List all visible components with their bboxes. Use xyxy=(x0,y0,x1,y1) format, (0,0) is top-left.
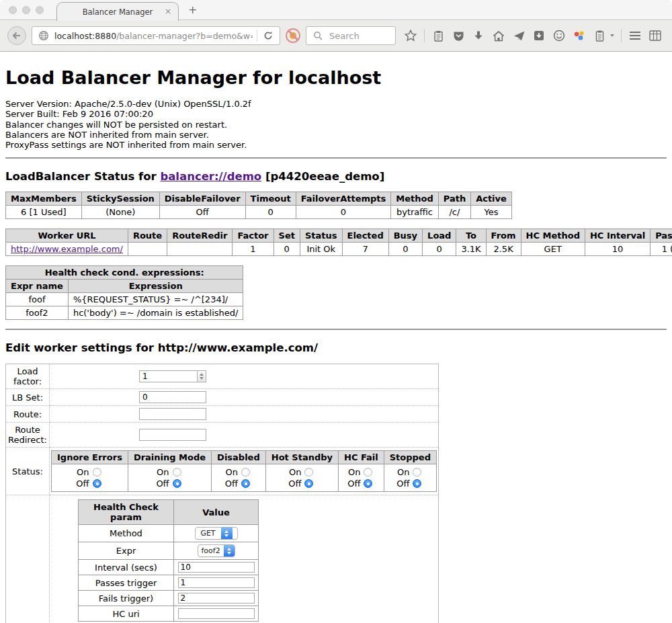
disabled-on-radio[interactable] xyxy=(241,468,250,476)
expr-label: Expr xyxy=(79,542,174,560)
column-header: Active xyxy=(471,192,512,206)
expr-select[interactable]: foof2 xyxy=(198,544,235,557)
persist-notice-line: Balancer changes will NOT be persisted o… xyxy=(5,120,667,130)
chevron-down-icon[interactable] xyxy=(610,34,614,37)
search-bar[interactable] xyxy=(306,26,396,45)
ignore-errors-off-radio[interactable] xyxy=(93,479,101,488)
search-input[interactable] xyxy=(328,30,388,42)
table-header-row: Ignore Errors Draining Mode Disabled Hot… xyxy=(52,451,437,464)
balancer-demo-link[interactable]: balancer://demo xyxy=(160,170,261,183)
expr-row: Expr foof2 xyxy=(79,542,259,560)
close-window-button[interactable] xyxy=(9,6,17,14)
hc-fail-on-radio[interactable] xyxy=(364,468,372,476)
column-header: Value xyxy=(174,500,259,525)
on-label: On xyxy=(347,467,360,477)
zoom-window-button[interactable] xyxy=(36,6,44,14)
cell-elected: 7 xyxy=(342,243,388,256)
method-select[interactable]: GET xyxy=(195,527,238,540)
browser-tab[interactable]: Balancer Manager × xyxy=(56,2,179,21)
route-input[interactable] xyxy=(139,408,206,420)
form-row-lb-set: LB Set: xyxy=(6,389,439,406)
heading-prefix: LoadBalancer Status for xyxy=(5,170,160,183)
column-header: DisableFailover xyxy=(159,192,245,206)
clipboard-icon[interactable] xyxy=(431,29,445,42)
content-blocker-icon[interactable] xyxy=(286,28,300,43)
draining-mode-on-radio[interactable] xyxy=(173,468,181,476)
window-controls xyxy=(9,6,44,14)
draining-mode-off-radio[interactable] xyxy=(173,479,181,488)
send-plane-icon[interactable] xyxy=(512,29,526,42)
column-header: Ignore Errors xyxy=(52,451,128,464)
hc-uri-row: HC uri xyxy=(79,606,259,622)
urlbar-divider xyxy=(257,30,257,42)
column-header: FailoverAttempts xyxy=(296,192,391,206)
bookmark-star-icon[interactable] xyxy=(404,29,417,42)
column-header: Draining Mode xyxy=(128,451,211,464)
download-icon[interactable] xyxy=(472,29,485,42)
on-label: On xyxy=(225,467,238,477)
column-header: Busy xyxy=(388,229,422,243)
ignore-errors-on-radio[interactable] xyxy=(93,468,101,476)
column-header: Route xyxy=(128,229,167,243)
load-factor-input[interactable] xyxy=(139,370,206,382)
menu-hamburger-icon[interactable] xyxy=(628,29,642,42)
hc-uri-input[interactable] xyxy=(178,608,255,619)
url-input[interactable]: localhost:8880/balancer-manager?b=demo&w… xyxy=(54,31,253,41)
hot-standby-off-radio[interactable] xyxy=(304,479,313,488)
heading-suffix: [p4420eeae_demo] xyxy=(261,170,384,183)
back-button[interactable] xyxy=(7,26,26,45)
colored-dots-extension-icon[interactable] xyxy=(573,29,586,42)
passes-input[interactable] xyxy=(178,577,255,588)
column-header: Worker URL xyxy=(6,229,128,243)
notes-extension-icon[interactable] xyxy=(593,29,606,42)
method-row: Method GET xyxy=(79,525,259,542)
new-tab-button[interactable]: + xyxy=(188,3,197,16)
lb-set-input[interactable] xyxy=(139,391,206,403)
form-row-health-check: Health Check param Value Method GET xyxy=(6,495,439,623)
route-redirect-input[interactable] xyxy=(139,429,206,441)
balancer-status-table: MaxMembers StickySession DisableFailover… xyxy=(5,192,512,219)
stopped-off-radio[interactable] xyxy=(413,479,421,488)
form-row-route-redirect: Route Redirect: xyxy=(6,423,439,448)
toolbar-divider xyxy=(621,29,622,42)
hot-standby-on-radio[interactable] xyxy=(304,468,313,476)
expressions-table-title: Health check cond. expressions: xyxy=(6,266,243,280)
globe-icon xyxy=(37,29,50,42)
status-label: Status: xyxy=(6,448,50,495)
empty-label-cell xyxy=(6,495,50,623)
save-square-icon[interactable] xyxy=(532,29,546,42)
passes-label: Passes trigger xyxy=(79,575,174,591)
column-header: HC Method xyxy=(521,229,585,243)
hc-fail-off-radio[interactable] xyxy=(364,479,372,488)
select-arrows-icon xyxy=(224,545,235,556)
selected-method: GET xyxy=(196,528,221,539)
divider xyxy=(5,329,667,330)
column-header: RouteRedir xyxy=(167,229,233,243)
cell-from: 2.5K xyxy=(486,243,521,256)
worker-status-table: Worker URL Route RouteRedir Factor Set S… xyxy=(5,229,672,256)
worker-url-link[interactable]: http://www.example.com/ xyxy=(11,244,123,254)
tab-grid-icon[interactable] xyxy=(648,29,662,42)
minimize-window-button[interactable] xyxy=(22,6,30,14)
disabled-off-radio[interactable] xyxy=(241,479,250,488)
cell-stickysession: (None) xyxy=(81,206,159,219)
home-icon[interactable] xyxy=(492,29,505,42)
stopped-on-radio[interactable] xyxy=(413,468,421,476)
hc-uri-label: HC uri xyxy=(79,606,174,622)
toolbar-divider xyxy=(424,29,425,42)
radio-row: On Off On Off On Off On xyxy=(52,464,437,492)
page-content: Load Balancer Manager for localhost Serv… xyxy=(0,68,672,623)
cell-active: Yes xyxy=(471,206,512,219)
health-check-expressions-table: Health check cond. expressions: Expr nam… xyxy=(5,265,243,320)
fails-input[interactable] xyxy=(178,593,255,604)
url-bar[interactable]: localhost:8880/balancer-manager?b=demo&w… xyxy=(32,26,280,45)
tab-close-icon[interactable]: × xyxy=(165,7,171,16)
pocket-icon[interactable] xyxy=(452,29,465,42)
number-spinner-icon[interactable] xyxy=(197,371,206,382)
url-path: /balancer-manager?b=demo&w=http://www.ex… xyxy=(116,31,253,41)
interval-input[interactable] xyxy=(178,562,255,573)
smiley-icon[interactable] xyxy=(552,29,566,42)
reload-icon[interactable] xyxy=(261,29,275,42)
column-header: Hot Standby xyxy=(265,451,338,464)
titlebar: Balancer Manager × + xyxy=(0,0,672,20)
